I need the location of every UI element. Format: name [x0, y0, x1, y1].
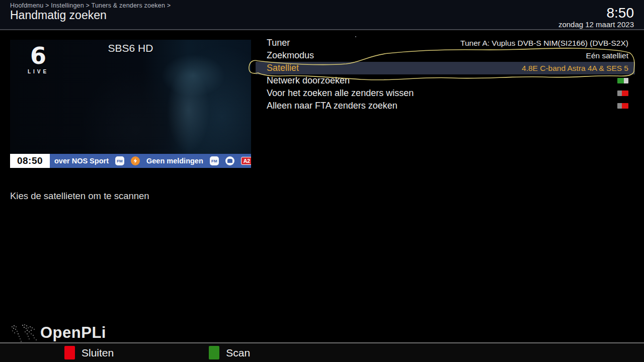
red-key-icon: [64, 346, 75, 359]
setting-label: Voor het zoeken alle zenders wissen: [267, 88, 414, 99]
speed-camera-icon: [131, 156, 140, 165]
setting-row-zenders-wissen[interactable]: Voor het zoeken alle zenders wissen: [256, 87, 635, 100]
brand-area: OpenPLi: [9, 322, 106, 344]
clock: 8:50: [607, 5, 634, 21]
traffic-ticker: 08:50 over NOS Sport FM Geen meldingen F…: [10, 154, 251, 168]
setting-row-fta-zoeken[interactable]: Alleen naar FTA zenders zoeken: [256, 100, 635, 112]
setting-label: Netwerk doorzoeken: [267, 75, 350, 86]
ticker-time: 08:50: [10, 154, 50, 168]
hint-text: Kies de satellieten om te scannen: [10, 191, 149, 202]
page-title: Handmatig zoeken: [10, 9, 107, 22]
green-key-icon: [209, 346, 219, 359]
toggle-off-icon[interactable]: [617, 90, 628, 96]
ticker-strip: over NOS Sport FM Geen meldingen FM A2 E…: [50, 154, 251, 168]
ticker-item-meldingen: Geen meldingen: [146, 157, 203, 165]
video-preview: SBS6 HD 6 LIVE 08:50 over NOS Sport FM G…: [10, 40, 251, 168]
close-button-label: Sluiten: [82, 347, 114, 359]
live-label: LIVE: [23, 69, 53, 74]
openpli-logo: OpenPLi: [40, 324, 106, 342]
settings-list: Tuner Tuner A: Vuplus DVB-S NIM(SI2166) …: [256, 37, 635, 112]
close-button[interactable]: Sluiten: [64, 346, 114, 359]
toggle-off-icon[interactable]: [617, 103, 628, 109]
date: zondag 12 maart 2023: [558, 20, 634, 29]
header: Hoofdmenu > Instellingen > Tuners & zend…: [0, 0, 644, 30]
pixel-artifact: [355, 36, 356, 37]
setting-value: Tuner A: Vuplus DVB-S NIM(SI2166) (DVB-S…: [290, 39, 628, 48]
toggle-on-icon[interactable]: [617, 78, 628, 83]
setting-value: Eén satelliet: [314, 51, 628, 60]
setting-row-tuner[interactable]: Tuner Tuner A: Vuplus DVB-S NIM(SI2166) …: [256, 37, 635, 49]
highway-a2-badge: A2: [241, 157, 251, 165]
scan-button-label: Scan: [226, 347, 250, 359]
sbs6-live-logo: 6 LIVE: [23, 44, 53, 74]
setting-row-zoekmodus[interactable]: Zoekmodus Eén satelliet: [256, 49, 635, 62]
sbs6-logo-digit: 6: [23, 44, 53, 68]
setting-value: 4.8E C-band Astra 4A & SES 5: [299, 64, 628, 73]
traffic-jam-icon: [225, 156, 234, 165]
setting-label: Zoekmodus: [267, 50, 314, 61]
scan-button[interactable]: Scan: [209, 346, 250, 359]
setting-row-satelliet-selected[interactable]: Satelliet 4.8E C-band Astra 4A & SES 5: [256, 62, 635, 74]
footer-key-bar: Sluiten Scan: [0, 343, 644, 362]
breadcrumb: Hoofdmenu > Instellingen > Tuners & zend…: [10, 2, 171, 9]
flitsmeister-icon: FM: [210, 156, 219, 165]
setting-label: Satelliet: [267, 63, 299, 73]
setting-label: Tuner: [267, 38, 290, 48]
world-map-icon: [9, 322, 39, 344]
setting-label: Alleen naar FTA zenders zoeken: [267, 101, 397, 111]
flitsmeister-icon: FM: [115, 156, 124, 165]
tv-screen: Hoofdmenu > Instellingen > Tuners & zend…: [0, 0, 644, 362]
ticker-item-nos-sport: over NOS Sport: [54, 157, 109, 165]
setting-row-netwerk-doorzoeken[interactable]: Netwerk doorzoeken: [256, 74, 635, 87]
